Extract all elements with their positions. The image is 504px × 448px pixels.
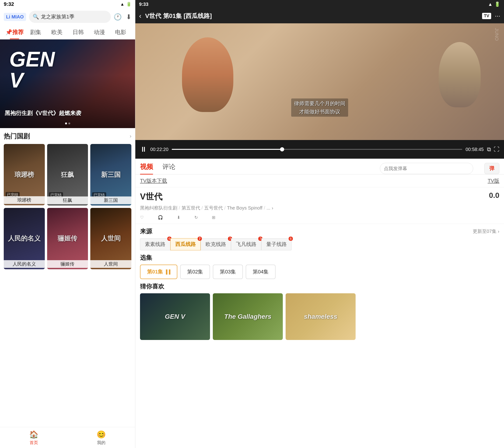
episode-section: 选集 第01集 ▐▐ 第02集 第03集 第04集 (135, 250, 504, 279)
rec-card-2[interactable]: The Gallaghers (213, 293, 283, 340)
drama-card-4[interactable]: 人民的名义 人民的名义 (4, 208, 45, 269)
rec-card-1[interactable]: GEN V (140, 293, 210, 340)
banner-bg: GENV 黑袍衍生剧《V世代》超燃来袭 (0, 39, 135, 128)
rec-thumb-3: shameless (286, 293, 356, 340)
right-signal-icon: ▲ (488, 2, 493, 7)
main-banner[interactable]: GENV 黑袍衍生剧《V世代》超燃来袭 (0, 39, 135, 128)
tv-download-right[interactable]: TV版 (488, 177, 499, 184)
left-panel: 9:32 ▲ 🔋 Li MIAO 🔍 龙之家族第1季 🕐 ⬇ 📌推荐 剧集 欧美… (0, 0, 135, 448)
drama-card-3[interactable]: 新三国 已完结 新三国 (90, 144, 131, 206)
drama-grid: 琅琊榜 已完结 琅琊榜 狂飙 已完结 狂飙 新三国 (4, 144, 131, 269)
app-logo: Li MIAO (4, 13, 26, 21)
episode-btn-1[interactable]: 第01集 ▐▐ (140, 265, 177, 279)
total-time: 00:58:45 (466, 147, 484, 152)
tab-anime[interactable]: 动漫 (89, 25, 110, 39)
source-tab-feifan[interactable]: 飞凡线路 7 (231, 238, 261, 250)
rec-thumb-text-3: shameless (304, 313, 337, 320)
episode-btn-3[interactable]: 第03集 (213, 265, 243, 279)
right-panel: 9:33 ▲ 🔋 ‹ V世代 第01集 [西瓜线路] TV ··· 律师需要几个… (135, 0, 504, 448)
source-tabs: 素素线路 6 西瓜线路 7 欧克线路 7 飞凡线路 7 量子线路 6 (140, 238, 499, 250)
show-info: V世代 0.0 (135, 187, 504, 205)
danmu-button[interactable]: 弹 (485, 163, 499, 174)
tv-download-left[interactable]: TV版本下载 (140, 177, 167, 184)
tab-korean[interactable]: 日韩 (68, 25, 89, 39)
home-icon: 🏠 (29, 430, 38, 439)
progress-thumb[interactable] (280, 147, 284, 151)
tab-recommend[interactable]: 📌推荐 (4, 25, 25, 39)
video-subtitle: 律师需要几个月的时间 才能做好书面协议 (291, 98, 348, 117)
tab-drama[interactable]: 剧集 (25, 25, 46, 39)
tv-download-bar: TV版本下载 TV版 (135, 175, 504, 187)
video-header: ‹ V世代 第01集 [西瓜线路] TV ··· (135, 8, 504, 23)
section-header: 热门国剧 › (4, 132, 131, 141)
tab-comments[interactable]: 评论 (162, 162, 176, 174)
header-icons: 🕐 ⬇ (114, 13, 131, 21)
download-icon[interactable]: ⬇ (126, 13, 131, 21)
heart-icon: ♡ (140, 215, 144, 220)
source-tab-xigua[interactable]: 西瓜线路 7 (170, 238, 201, 250)
banner-caption: 黑袍衍生剧《V世代》超燃来袭 (5, 109, 131, 117)
search-value: 龙之家族第1季 (41, 13, 74, 20)
video-person1 (182, 37, 233, 112)
video-scene: 律师需要几个月的时间 才能做好书面协议 JUNO (135, 23, 504, 140)
audio-button[interactable]: 🎧 (158, 215, 163, 220)
screen-icons: ⧉ ⛶ (487, 146, 499, 153)
tab-western[interactable]: 欧美 (46, 25, 67, 39)
drama-card-1[interactable]: 琅琊榜 已完结 琅琊榜 (4, 144, 45, 205)
left-header: Li MIAO 🔍 龙之家族第1季 🕐 ⬇ (0, 8, 135, 25)
source-tab-ouke[interactable]: 欧克线路 7 (201, 238, 231, 250)
pause-button[interactable]: ⏸ (140, 145, 147, 153)
drama-name-2: 狂飙 (47, 197, 88, 204)
search-bar[interactable]: 🔍 龙之家族第1季 (29, 11, 111, 23)
danmu-input[interactable] (380, 163, 473, 174)
source-tab-susu[interactable]: 素素线路 6 (140, 238, 170, 250)
bottom-nav-me[interactable]: 😊 我的 (68, 427, 135, 448)
left-status-icons: ▲ 🔋 (120, 2, 131, 7)
source-tab-liangzi[interactable]: 量子线路 6 (261, 238, 292, 250)
section-more[interactable]: › (130, 133, 131, 139)
tags-more[interactable]: ... › (267, 205, 273, 211)
more-menu-button[interactable]: ··· (495, 12, 500, 19)
left-status-bar: 9:32 ▲ 🔋 (0, 0, 135, 8)
history-icon[interactable]: 🕐 (114, 13, 122, 21)
bottom-nav: 🏠 首页 😊 我的 (0, 427, 135, 448)
drama-card-2[interactable]: 狂飙 已完结 狂飙 (47, 144, 88, 206)
back-button[interactable]: ‹ (139, 12, 141, 20)
progress-track[interactable] (172, 149, 462, 150)
tv-badge[interactable]: TV (482, 13, 491, 19)
drama-card-5[interactable]: 骊姬传 骊姬传 (47, 208, 88, 269)
me-icon: 😊 (97, 430, 106, 439)
progress-fill (172, 149, 282, 150)
fullscreen-icon[interactable]: ⛶ (494, 146, 499, 153)
video-player[interactable]: 律师需要几个月的时间 才能做好书面协议 JUNO (135, 23, 504, 140)
right-time: 9:33 (139, 2, 148, 7)
episode-btn-2[interactable]: 第02集 (180, 265, 210, 279)
share-button[interactable]: ↻ (194, 215, 198, 220)
episode-btn-4[interactable]: 第04集 (246, 265, 276, 279)
bottom-nav-home[interactable]: 🏠 首页 (0, 427, 68, 448)
rec-grid: GEN V The Gallaghers shameless (140, 293, 499, 340)
rec-label: 猜你喜欢 (140, 282, 499, 290)
drama-name-6: 人世间 (90, 260, 131, 268)
download-action-button[interactable]: ⬇ (177, 215, 180, 220)
pip-icon[interactable]: ⧉ (487, 146, 491, 153)
drama-card-6[interactable]: 人世间 人世间 (90, 208, 131, 269)
show-rating: 0.0 (489, 191, 499, 200)
source-update[interactable]: 更新至07集 › (473, 228, 499, 234)
show-title: V世代 (140, 191, 162, 202)
favorite-button[interactable]: ♡ (140, 215, 144, 220)
source-header: 来源 更新至07集 › (140, 227, 499, 235)
video-person2 (439, 42, 481, 107)
left-time: 9:32 (4, 1, 14, 7)
show-tags: 黑袍纠察队衍生剧 / 第五世代 / 五号世代 / The Boys Spinof… (135, 205, 504, 211)
tab-movie[interactable]: 电影 (110, 25, 131, 39)
video-title: V世代 第01集 [西瓜线路] (145, 12, 478, 20)
banner-title: GENV (9, 49, 55, 91)
subtitle-line2: 才能做好书面协议 (299, 109, 340, 115)
banner-dots (65, 123, 70, 124)
right-status-icons: ▲ 🔋 (488, 1, 500, 7)
playlist-button[interactable]: ⊞ (212, 215, 215, 220)
search-icon: 🔍 (33, 14, 39, 20)
tab-video[interactable]: 视频 (140, 162, 153, 174)
rec-card-3[interactable]: shameless (286, 293, 356, 340)
